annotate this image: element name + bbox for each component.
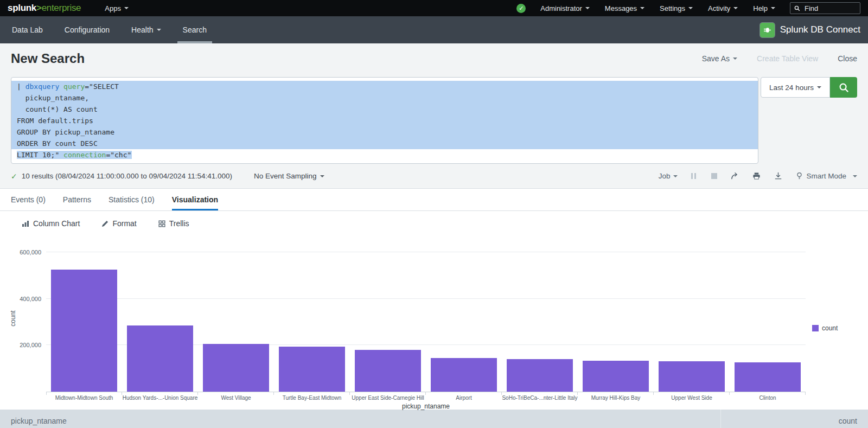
results-row: ✓ 10 results (08/04/2024 11:00:00.000 to… [0, 164, 868, 189]
menu-activity[interactable]: Activity [708, 4, 738, 12]
nav-item-search[interactable]: Search [183, 16, 207, 43]
nav-item-data-lab[interactable]: Data Lab [12, 16, 43, 43]
x-axis: Midtown-Midtown SouthHudson Yards-...-Un… [46, 392, 806, 410]
download-icon [774, 172, 782, 180]
menu-messages[interactable]: Messages [605, 4, 644, 12]
bar-8[interactable] [583, 361, 649, 392]
bar-9[interactable] [659, 361, 725, 392]
footer-column-pickup-ntaname[interactable]: pickup_ntaname [11, 417, 720, 428]
x-tick-label: Upper East Side-Carnegie Hill [350, 392, 426, 401]
db-connect-plug-icon [760, 23, 775, 37]
check-icon: ✓ [519, 5, 524, 12]
job-menu[interactable]: Job [659, 172, 678, 180]
bar-group [502, 359, 578, 392]
bar-1[interactable] [51, 270, 117, 392]
nav-item-label: Configuration [65, 25, 110, 34]
x-tick-label: Upper West Side [654, 392, 730, 401]
chevron-down-icon [124, 7, 129, 9]
footer-column-count[interactable]: count [720, 410, 857, 428]
format-button[interactable]: Format [101, 219, 136, 228]
find-input[interactable] [803, 4, 856, 13]
menu-administrator[interactable]: Administrator [540, 4, 590, 12]
event-sampling-label: No Event Sampling [254, 172, 317, 180]
chevron-down-icon [688, 7, 693, 9]
bar-group [198, 344, 274, 392]
query-token: ="SELECT [85, 82, 119, 91]
menu-settings[interactable]: Settings [660, 4, 693, 12]
splunk-logo[interactable]: splunk>enterprise [8, 3, 81, 14]
app-identity[interactable]: Splunk DB Connect [760, 23, 860, 37]
query-line: count(*) AS count [11, 104, 758, 115]
query-token: pickup_ntaname, [17, 94, 89, 102]
search-mode-menu[interactable]: Smart Mode [796, 172, 857, 180]
chevron-down-icon [733, 7, 738, 9]
x-tick-label: Murray Hill-Kips Bay [578, 392, 654, 401]
top-bar: splunk>enterprise Apps ✓ AdministratorMe… [0, 0, 868, 16]
create-table-view-button[interactable]: Create Table View [757, 54, 818, 63]
bar-group [578, 361, 654, 392]
bar-7[interactable] [507, 359, 573, 392]
bar-group [46, 270, 122, 392]
bar-3[interactable] [203, 344, 269, 392]
close-button[interactable]: Close [838, 54, 857, 63]
column-chart: count count 200,000400,000600,000 Midtow… [0, 236, 868, 410]
export-button[interactable] [774, 172, 782, 180]
pause-button[interactable] [691, 173, 698, 179]
query-selection: LIMIT 10;" connection="chc" [17, 151, 132, 159]
stop-button[interactable] [711, 173, 717, 179]
nav-item-configuration[interactable]: Configuration [65, 16, 110, 43]
bar-5[interactable] [355, 350, 421, 392]
tab-patterns[interactable]: Patterns [63, 189, 91, 210]
bar-group [274, 347, 350, 392]
time-range-picker[interactable]: Last 24 hours [761, 77, 830, 98]
tab-events-0-[interactable]: Events (0) [11, 189, 46, 210]
event-sampling-menu[interactable]: No Event Sampling [254, 172, 324, 180]
chevron-down-icon [673, 175, 678, 177]
legend-label: count [822, 324, 838, 332]
statistics-table-header: pickup_ntaname count [0, 410, 868, 428]
search-query-input[interactable]: | dbxquery query="SELECT pickup_ntaname,… [11, 77, 758, 164]
menu-label: Help [753, 4, 768, 12]
find-search-box[interactable] [790, 2, 860, 14]
x-tick-label: West Village [198, 392, 274, 401]
chevron-down-icon [853, 175, 857, 177]
query-token: | [17, 82, 25, 91]
search-bar-row: | dbxquery query="SELECT pickup_ntaname,… [0, 77, 868, 164]
app-nav-bar: Data LabConfigurationHealthSearch Splunk… [0, 16, 868, 43]
results-summary: 10 results (08/04/2024 11:00:00.000 to 0… [22, 172, 232, 180]
query-line: GROUP BY pickup_ntaname [11, 126, 758, 138]
legend-swatch [812, 325, 819, 331]
apps-menu[interactable]: Apps [105, 4, 129, 12]
title-row: New Search Save As Create Table View Clo… [0, 43, 868, 74]
y-tick-label: 200,000 [20, 342, 41, 348]
brand-name: splunk [8, 3, 36, 13]
menu-help[interactable]: Help [753, 4, 775, 12]
tab-statistics-10-[interactable]: Statistics (10) [108, 189, 155, 210]
chart-type-button[interactable]: Column Chart [22, 219, 80, 228]
query-line: FROM default.trips [11, 115, 758, 126]
chevron-down-icon [157, 29, 161, 31]
trellis-label: Trellis [169, 219, 189, 228]
trellis-button[interactable]: Trellis [158, 219, 189, 228]
menu-label: Activity [708, 4, 730, 12]
bar-group [426, 358, 502, 392]
tab-visualization[interactable]: Visualization [172, 189, 218, 210]
x-axis-title: pickup_ntaname [46, 403, 806, 410]
print-button[interactable] [752, 172, 761, 180]
bar-4[interactable] [279, 347, 345, 392]
x-axis-labels: Midtown-Midtown SouthHudson Yards-...-Un… [46, 392, 806, 401]
nav-item-health[interactable]: Health [131, 16, 161, 43]
save-as-button[interactable]: Save As [702, 54, 737, 63]
bar-6[interactable] [431, 358, 497, 392]
search-button[interactable] [830, 77, 857, 98]
brand-product: enterprise [42, 3, 81, 13]
print-icon [752, 172, 761, 180]
chart-legend[interactable]: count [812, 324, 838, 332]
search-icon [794, 5, 800, 12]
bar-2[interactable] [127, 325, 193, 392]
trellis-grid-icon [158, 220, 165, 227]
search-mode-label: Smart Mode [806, 172, 846, 180]
health-status-badge[interactable]: ✓ [516, 4, 526, 13]
share-button[interactable] [731, 172, 739, 180]
bar-10[interactable] [735, 362, 801, 392]
